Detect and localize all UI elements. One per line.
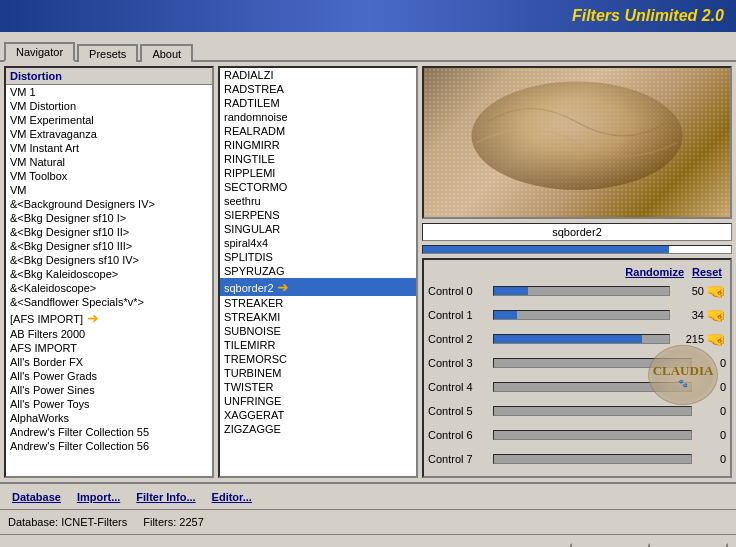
cancel-button[interactable]: Cancel [580, 543, 650, 548]
left-list-item[interactable]: &<Bkg Designers sf10 IV> [6, 253, 212, 267]
status-bar: Database: ICNET-Filters Filters: 2257 [0, 510, 736, 534]
middle-list-item[interactable]: ZIGZAGGE [220, 422, 416, 436]
action-bar: 🤜 Apply Cancel Help [0, 534, 736, 547]
left-list-item[interactable]: VM Extravaganza [6, 127, 212, 141]
left-panel: Distortion VM 1VM DistortionVM Experimen… [4, 66, 214, 478]
control-row: Control 050🤜 [428, 280, 726, 302]
middle-list-item[interactable]: SECTORMO [220, 180, 416, 194]
import-button[interactable]: Import... [73, 490, 124, 504]
middle-list-item[interactable]: SIERPENS [220, 208, 416, 222]
filters-status: Filters: 2257 [143, 516, 204, 528]
help-button[interactable]: Help [658, 543, 728, 548]
middle-list-wrapper: RADIALZIRADSTREARADTILEMrandomnoiseREALR… [220, 68, 416, 476]
tab-presets[interactable]: Presets [77, 44, 138, 62]
middle-list-item[interactable]: RADSTREA [220, 82, 416, 96]
left-list-item[interactable]: Andrew's Filter Collection 55 [6, 425, 212, 439]
left-list-item[interactable]: VM 1 [6, 85, 212, 99]
middle-list-item[interactable]: RINGMIRR [220, 138, 416, 152]
apply-button[interactable]: Apply [502, 543, 572, 548]
left-panel-header: Distortion [6, 68, 212, 85]
filter-info-button[interactable]: Filter Info... [132, 490, 199, 504]
middle-list-item[interactable]: TURBINEM [220, 366, 416, 380]
control-label: Control 0 [428, 285, 493, 297]
middle-list-item[interactable]: STREAKMI [220, 310, 416, 324]
tab-about[interactable]: About [140, 44, 193, 62]
left-list-item[interactable]: AFS IMPORT [6, 341, 212, 355]
control-slider[interactable] [493, 406, 692, 416]
right-panel: sqborder2 Randomize Reset Control 050🤜Co… [422, 66, 732, 478]
left-list-item[interactable]: All's Power Sines [6, 383, 212, 397]
left-list-item[interactable]: VM [6, 183, 212, 197]
left-list-item[interactable]: AB Filters 2000 [6, 327, 212, 341]
preview-area [422, 66, 732, 219]
middle-list-item[interactable]: REALRADM [220, 124, 416, 138]
middle-list[interactable]: RADIALZIRADSTREARADTILEMrandomnoiseREALR… [220, 68, 416, 476]
middle-list-item[interactable]: TWISTER [220, 380, 416, 394]
left-list-item[interactable]: All's Power Toys [6, 397, 212, 411]
middle-list-item[interactable]: XAGGERAT [220, 408, 416, 422]
reset-button[interactable]: Reset [692, 266, 722, 278]
left-list-item[interactable]: &<Sandflower Specials*v*> [6, 295, 212, 309]
control-value: 0 [696, 429, 726, 441]
control-row: Control 134🤜 [428, 304, 726, 326]
middle-list-item[interactable]: TREMORSC [220, 352, 416, 366]
tab-navigator[interactable]: Navigator [4, 42, 75, 62]
control-value: 215 [674, 333, 704, 345]
left-list-item[interactable]: &<Bkg Designer sf10 I> [6, 211, 212, 225]
middle-list-item[interactable]: RADTILEM [220, 96, 416, 110]
randomize-button[interactable]: Randomize [625, 266, 684, 278]
left-list-item[interactable]: &<Bkg Designer sf10 II> [6, 225, 212, 239]
middle-list-item[interactable]: seethru [220, 194, 416, 208]
middle-list-item[interactable]: randomnoise [220, 110, 416, 124]
controls-container: Control 050🤜Control 134🤜Control 2215🤜Con… [428, 280, 726, 470]
left-list-item[interactable]: &<Background Designers IV> [6, 197, 212, 211]
middle-list-item[interactable]: SUBNOISE [220, 324, 416, 338]
left-list-item[interactable]: VM Toolbox [6, 169, 212, 183]
control-value: 0 [696, 453, 726, 465]
middle-list-item[interactable]: spiral4x4 [220, 236, 416, 250]
filter-name: sqborder2 [552, 226, 602, 238]
middle-panel: RADIALZIRADSTREARADTILEMrandomnoiseREALR… [218, 66, 418, 478]
control-label: Control 7 [428, 453, 493, 465]
database-button[interactable]: Database [8, 490, 65, 504]
claudia-watermark: CLAUDIA 🐾 [648, 345, 718, 405]
middle-list-item[interactable]: RADIALZI [220, 68, 416, 82]
controls-panel: Randomize Reset Control 050🤜Control 134🤜… [422, 258, 732, 478]
control-slider[interactable] [493, 310, 670, 320]
left-list-item[interactable]: &<Kaleidoscope> [6, 281, 212, 295]
left-list-item[interactable]: VM Experimental [6, 113, 212, 127]
control-label: Control 3 [428, 357, 493, 369]
left-list-item[interactable]: VM Distortion [6, 99, 212, 113]
middle-list-item[interactable]: sqborder2 ➜ [220, 278, 416, 296]
middle-list-item[interactable]: SINGULAR [220, 222, 416, 236]
left-list-item[interactable]: All's Border FX [6, 355, 212, 369]
middle-list-item[interactable]: TILEMIRR [220, 338, 416, 352]
left-list-item[interactable]: &<Bkg Designer sf10 III> [6, 239, 212, 253]
control-slider[interactable] [493, 286, 670, 296]
left-list-item[interactable]: &<Bkg Kaleidoscope> [6, 267, 212, 281]
control-slider[interactable] [493, 430, 692, 440]
control-arrow-icon: 🤜 [706, 330, 726, 349]
control-label: Control 5 [428, 405, 493, 417]
middle-list-item[interactable]: SPLITDIS [220, 250, 416, 264]
left-list[interactable]: VM 1VM DistortionVM ExperimentalVM Extra… [6, 85, 212, 476]
left-list-item[interactable]: All's Power Grads [6, 369, 212, 383]
tab-bar: Navigator Presets About [0, 32, 736, 62]
editor-button[interactable]: Editor... [208, 490, 256, 504]
control-label: Control 2 [428, 333, 493, 345]
left-list-item[interactable]: VM Instant Art [6, 141, 212, 155]
middle-list-item[interactable]: SPYRUZAG [220, 264, 416, 278]
left-list-item[interactable]: [AFS IMPORT] ➜ [6, 309, 212, 327]
control-slider[interactable] [493, 454, 692, 464]
middle-list-item[interactable]: STREAKER [220, 296, 416, 310]
middle-list-item[interactable]: RIPPLEMI [220, 166, 416, 180]
left-list-item[interactable]: Andrew's Filter Collection 56 [6, 439, 212, 453]
randomize-reset-row: Randomize Reset [428, 264, 726, 280]
control-arrow-icon: 🤜 [706, 306, 726, 325]
control-slider[interactable] [493, 334, 670, 344]
middle-list-item[interactable]: UNFRINGE [220, 394, 416, 408]
svg-point-0 [471, 82, 682, 190]
left-list-item[interactable]: VM Natural [6, 155, 212, 169]
left-list-item[interactable]: AlphaWorks [6, 411, 212, 425]
middle-list-item[interactable]: RINGTILE [220, 152, 416, 166]
